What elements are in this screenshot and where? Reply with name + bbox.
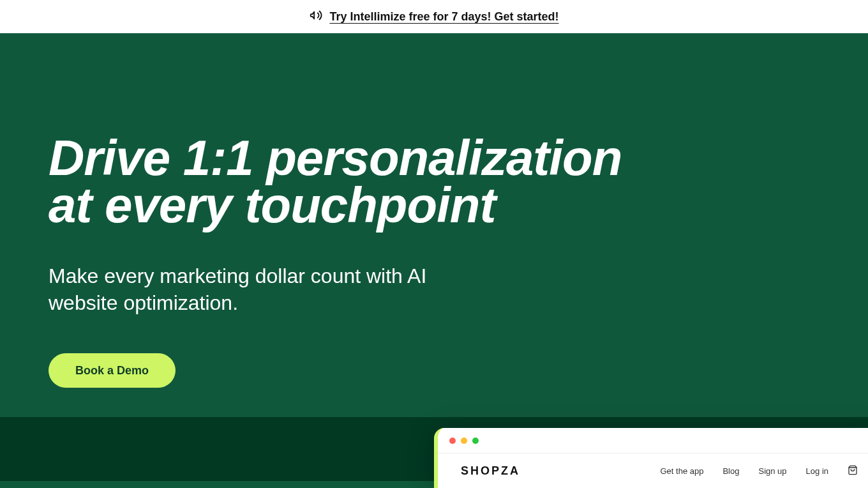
mockup-link-signup[interactable]: Sign up [758,466,786,476]
mockup-link-login[interactable]: Log in [806,466,828,476]
hero-content: Drive 1:1 personalization at every touch… [49,134,622,388]
mockup-link-get-app[interactable]: Get the app [661,466,704,476]
mockup-link-blog[interactable]: Blog [722,466,739,476]
hero-cta: Book a Demo [49,353,622,388]
browser-mockup: SHOPZA Get the app Blog Sign up Log in [434,428,868,488]
browser-traffic-lights [438,428,868,454]
hero-title: Drive 1:1 personalization at every touch… [49,134,622,229]
megaphone-icon [309,8,323,25]
mockup-links: Get the app Blog Sign up Log in [661,465,858,477]
traffic-light-red-icon [449,438,456,444]
announcement-link[interactable]: Try Intellimize free for 7 days! Get sta… [329,10,558,24]
traffic-light-yellow-icon [461,438,467,444]
mockup-brand-logo: SHOPZA [461,464,520,478]
book-a-demo-button[interactable]: Book a Demo [49,353,176,388]
traffic-light-green-icon [472,438,479,444]
shopping-bag-icon[interactable] [848,465,858,477]
hero-title-line2: at every touchpoint [49,177,495,233]
hero-subtitle: Make every marketing dollar count with A… [49,263,495,316]
mockup-navbar: SHOPZA Get the app Blog Sign up Log in [438,454,868,488]
announcement-bar: Try Intellimize free for 7 days! Get sta… [0,0,868,33]
